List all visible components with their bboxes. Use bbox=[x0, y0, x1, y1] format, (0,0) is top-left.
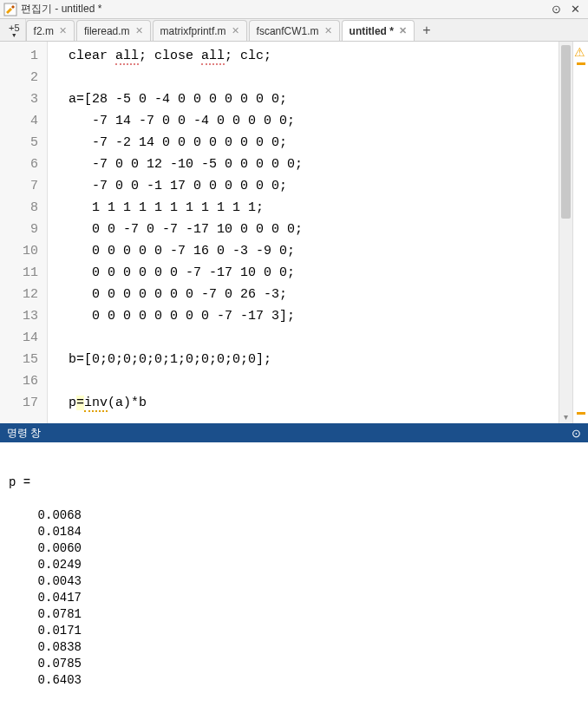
command-output[interactable]: p = 0.0068 0.0184 0.0060 0.0249 0.0043 0… bbox=[0, 442, 588, 713]
tab-close-icon[interactable]: ✕ bbox=[324, 25, 332, 36]
editor-icon bbox=[3, 3, 17, 16]
tab-f2-m[interactable]: f2.m✕ bbox=[26, 20, 75, 41]
editor-area: 1234567891011121314151617 clear all; clo… bbox=[0, 42, 588, 423]
line-number: 2 bbox=[0, 67, 47, 88]
line-number: 8 bbox=[0, 197, 47, 219]
line-number: 17 bbox=[0, 392, 47, 414]
code-line: -7 0 0 -1 17 0 0 0 0 0 0; bbox=[69, 175, 559, 197]
tab-label: matrixfprintf.m bbox=[160, 25, 226, 37]
command-window-title: 명령 창 bbox=[7, 426, 41, 441]
code-line: 0 0 0 0 0 -7 16 0 -3 -9 0; bbox=[69, 240, 559, 262]
scroll-down-icon[interactable]: ▾ bbox=[559, 412, 572, 422]
command-window-title-bar[interactable]: 명령 창 ⊙ bbox=[0, 423, 588, 442]
code-line: 1 1 1 1 1 1 1 1 1 1 1; bbox=[69, 197, 559, 219]
code-line: -7 0 0 12 -10 -5 0 0 0 0 0; bbox=[69, 154, 559, 175]
code-line: a=[28 -5 0 -4 0 0 0 0 0 0 0; bbox=[69, 88, 559, 110]
line-number: 1 bbox=[0, 45, 47, 67]
line-number: 14 bbox=[0, 327, 47, 349]
line-number: 15 bbox=[0, 349, 47, 370]
code-line: 0 0 0 0 0 0 0 0 -7 -17 3]; bbox=[69, 305, 559, 327]
code-line: 0 0 0 0 0 0 0 -7 0 26 -3; bbox=[69, 284, 559, 305]
line-number: 12 bbox=[0, 284, 47, 305]
chevron-down-icon: ▼ bbox=[11, 33, 17, 37]
title-bar: 편집기 - untitled * ⊙ ✕ bbox=[0, 0, 588, 19]
tab-close-icon[interactable]: ✕ bbox=[135, 25, 143, 36]
tab-fileread-m[interactable]: fileread.m✕ bbox=[76, 20, 151, 41]
add-tab-button[interactable]: + bbox=[416, 20, 437, 41]
command-minimize-button[interactable]: ⊙ bbox=[572, 427, 581, 440]
code-line: p=inv(a)*b bbox=[69, 392, 559, 414]
tab-label: f2.m bbox=[34, 25, 54, 37]
tab-label: fileread.m bbox=[84, 25, 130, 37]
code-line: -7 -2 14 0 0 0 0 0 0 0 0; bbox=[69, 132, 559, 154]
code-line bbox=[69, 67, 559, 88]
scrollbar-thumb[interactable] bbox=[561, 45, 571, 219]
tab-close-icon[interactable]: ✕ bbox=[399, 25, 407, 36]
tab-matrixfprintf-m[interactable]: matrixfprintf.m✕ bbox=[153, 20, 247, 41]
line-number: 6 bbox=[0, 154, 47, 175]
code-line: -7 14 -7 0 0 -4 0 0 0 0 0; bbox=[69, 110, 559, 132]
tab-label: fscanfCW1.m bbox=[257, 25, 319, 37]
code-line: 0 0 0 0 0 0 -7 -17 10 0 0; bbox=[69, 262, 559, 284]
window-title: 편집기 - untitled * bbox=[21, 2, 546, 16]
code-content[interactable]: clear all; close all; clc; a=[28 -5 0 -4… bbox=[48, 42, 559, 423]
code-line bbox=[69, 370, 559, 392]
warning-triangle-icon[interactable]: ⚠ bbox=[574, 45, 588, 57]
line-number: 3 bbox=[0, 88, 47, 110]
line-number: 11 bbox=[0, 262, 47, 284]
inspector-mark[interactable] bbox=[577, 62, 585, 65]
code-line: clear all; close all; clc; bbox=[69, 45, 559, 67]
zoom-indicator[interactable]: +5 ▼ bbox=[3, 19, 26, 41]
tab-close-icon[interactable]: ✕ bbox=[232, 25, 239, 36]
code-line: 0 0 -7 0 -7 -17 10 0 0 0 0; bbox=[69, 219, 559, 240]
code-inspector-strip: ⚠ bbox=[572, 42, 588, 423]
code-line bbox=[69, 327, 559, 349]
line-number: 13 bbox=[0, 305, 47, 327]
tab-label: untitled * bbox=[350, 25, 394, 37]
inspector-mark[interactable] bbox=[577, 412, 585, 415]
line-number: 16 bbox=[0, 370, 47, 392]
line-number: 7 bbox=[0, 175, 47, 197]
tab-strip: +5 ▼ f2.m✕fileread.m✕matrixfprintf.m✕fsc… bbox=[0, 19, 588, 42]
vertical-scrollbar[interactable]: ▾ bbox=[559, 42, 572, 423]
line-number-gutter: 1234567891011121314151617 bbox=[0, 42, 48, 423]
tab-fscanfcw1-m[interactable]: fscanfCW1.m✕ bbox=[249, 20, 340, 41]
line-number: 5 bbox=[0, 132, 47, 154]
code-line: b=[0;0;0;0;0;1;0;0;0;0;0]; bbox=[69, 349, 559, 370]
line-number: 4 bbox=[0, 110, 47, 132]
minimize-button[interactable]: ⊙ bbox=[546, 2, 565, 17]
line-number: 9 bbox=[0, 219, 47, 240]
tab-close-icon[interactable]: ✕ bbox=[59, 25, 67, 36]
tab-untitled--[interactable]: untitled *✕ bbox=[342, 20, 415, 41]
line-number: 10 bbox=[0, 240, 47, 262]
close-button[interactable]: ✕ bbox=[565, 2, 585, 17]
